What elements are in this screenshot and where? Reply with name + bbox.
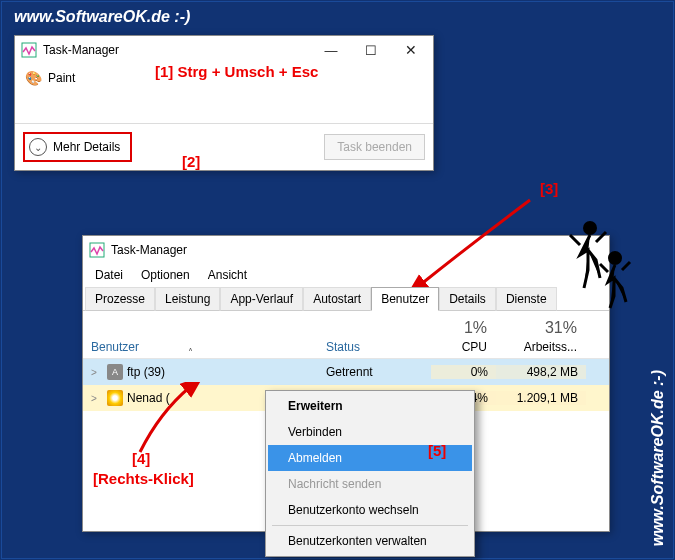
annotation-1: [1] Strg + Umsch + Esc	[155, 63, 318, 80]
watermark-right: www.SoftwareOK.de :-)	[649, 370, 667, 546]
maximize-button[interactable]: ☐	[351, 37, 391, 63]
user-name: ftp (39)	[127, 365, 165, 379]
column-user[interactable]: Benutzer	[83, 336, 318, 358]
more-details-label: Mehr Details	[53, 140, 120, 154]
chevron-down-icon: ⌄	[29, 138, 47, 156]
user-status: Getrennt	[318, 365, 431, 379]
expand-icon[interactable]: >	[91, 367, 103, 378]
column-headers: ˄ Benutzer Status 1% CPU 31% Arbeitss...	[83, 311, 609, 359]
mem-label: Arbeitss...	[504, 340, 577, 354]
watermark-top: www.SoftwareOK.de :-)	[14, 8, 190, 26]
user-mem: 498,2 MB	[496, 365, 586, 379]
mem-total: 31%	[504, 319, 577, 337]
task-manager-icon	[21, 42, 37, 58]
ctx-separator	[272, 525, 468, 526]
minimize-button[interactable]: —	[311, 37, 351, 63]
column-cpu[interactable]: 1% CPU	[431, 315, 496, 358]
avatar	[107, 390, 123, 406]
more-details-button[interactable]: ⌄ Mehr Details	[23, 132, 132, 162]
user-cpu: 0%	[431, 365, 496, 379]
menu-file[interactable]: Datei	[87, 266, 131, 284]
column-memory[interactable]: 31% Arbeitss...	[496, 315, 586, 358]
annotation-2: [2]	[182, 153, 200, 170]
annotation-4: [4]	[132, 450, 150, 467]
user-mem: 1.209,1 MB	[496, 391, 586, 405]
svg-point-3	[608, 251, 622, 265]
titlebar[interactable]: Task-Manager — ☐ ✕	[15, 36, 433, 64]
tab-strip: Prozesse Leistung App-Verlauf Autostart …	[83, 286, 609, 311]
user-row-ftp[interactable]: > A ftp (39) Getrennt 0% 498,2 MB	[83, 359, 609, 385]
task-manager-simple-window: Task-Manager — ☐ ✕ 🎨 Paint ⌄ Mehr Detail…	[14, 35, 434, 171]
sort-caret-icon: ˄	[188, 347, 193, 358]
tab-app-history[interactable]: App-Verlauf	[220, 287, 303, 311]
window-title: Task-Manager	[111, 243, 607, 257]
annotation-3: [3]	[540, 180, 558, 197]
annotation-4b: [Rechts-Klick]	[93, 470, 194, 487]
paint-icon: 🎨	[25, 70, 42, 86]
annotation-5: [5]	[428, 442, 446, 459]
tab-services[interactable]: Dienste	[496, 287, 557, 311]
task-manager-icon	[89, 242, 105, 258]
app-name: Paint	[48, 71, 75, 85]
tab-users[interactable]: Benutzer	[371, 287, 439, 311]
tab-processes[interactable]: Prozesse	[85, 287, 155, 311]
menu-bar: Datei Optionen Ansicht	[83, 264, 609, 286]
decorative-figures	[550, 210, 640, 310]
menu-options[interactable]: Optionen	[133, 266, 198, 284]
avatar: A	[107, 364, 123, 380]
close-button[interactable]: ✕	[391, 37, 431, 63]
ctx-send-message: Nachricht senden	[268, 471, 472, 497]
tab-performance[interactable]: Leistung	[155, 287, 220, 311]
ctx-switch-account[interactable]: Benutzerkonto wechseln	[268, 497, 472, 523]
user-name: Nenad (	[127, 391, 170, 405]
tab-startup[interactable]: Autostart	[303, 287, 371, 311]
expand-icon[interactable]: >	[91, 393, 103, 404]
cpu-total: 1%	[439, 319, 487, 337]
column-status[interactable]: Status	[318, 336, 431, 358]
ctx-manage-accounts[interactable]: Benutzerkonten verwalten	[268, 528, 472, 554]
titlebar[interactable]: Task-Manager	[83, 236, 609, 264]
tab-details[interactable]: Details	[439, 287, 496, 311]
context-menu: Erweitern Verbinden Abmelden Nachricht s…	[265, 390, 475, 557]
menu-view[interactable]: Ansicht	[200, 266, 255, 284]
ctx-expand[interactable]: Erweitern	[268, 393, 472, 419]
svg-point-2	[583, 221, 597, 235]
cpu-label: CPU	[439, 340, 487, 354]
end-task-button: Task beenden	[324, 134, 425, 160]
window-title: Task-Manager	[43, 43, 311, 57]
